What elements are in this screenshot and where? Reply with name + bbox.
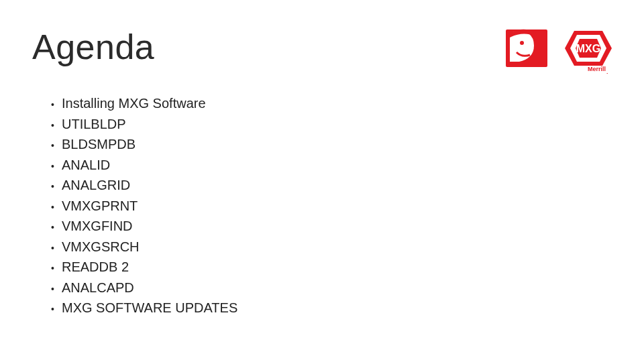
- bullet-icon: •: [51, 95, 62, 115]
- agenda-list: • Installing MXG Software • UTILBLDP • B…: [51, 94, 237, 319]
- bullet-icon: •: [51, 157, 62, 176]
- bullet-icon: •: [51, 198, 62, 217]
- list-item-label: ANALID: [62, 156, 110, 175]
- bullet-icon: •: [51, 259, 62, 278]
- list-item-label: VMXGPRNT: [62, 196, 138, 216]
- list-item: • ANALCAPD: [51, 278, 237, 299]
- list-item: • Installing MXG Software: [51, 94, 237, 115]
- list-item: • ANALGRID: [51, 176, 237, 196]
- bullet-icon: •: [51, 136, 62, 156]
- bullet-icon: •: [51, 239, 62, 258]
- list-item-label: Installing MXG Software: [62, 94, 206, 113]
- list-item: • ANALID: [51, 156, 237, 176]
- svg-point-1: [520, 41, 524, 45]
- bullet-icon: •: [51, 116, 62, 135]
- list-item-label: READDB 2: [62, 257, 129, 277]
- list-item-label: MXG SOFTWARE UPDATES: [62, 298, 237, 318]
- bullet-icon: •: [51, 300, 62, 319]
- list-item-label: UTILBLDP: [62, 115, 126, 134]
- list-item: • BLDSMPDB: [51, 135, 237, 156]
- list-item: • READDB 2: [51, 257, 237, 278]
- bullet-icon: •: [51, 218, 62, 237]
- logo-caption-2: Consultants: [588, 72, 623, 74]
- logo-badge-text: MXG: [576, 43, 600, 54]
- list-item: • UTILBLDP: [51, 115, 237, 135]
- list-item: • VMXGFIND: [51, 217, 237, 237]
- list-item-label: ANALGRID: [62, 176, 130, 195]
- list-item: • VMXGPRNT: [51, 196, 237, 217]
- logo-caption-1: Merrill: [588, 66, 606, 72]
- list-item: • MXG SOFTWARE UPDATES: [51, 298, 237, 319]
- list-item-label: ANALCAPD: [62, 278, 134, 298]
- list-item: • VMXGSRCH: [51, 237, 237, 258]
- list-item-label: VMXGSRCH: [62, 237, 140, 257]
- logo-icon: MXG Merrill Consultants: [504, 25, 625, 74]
- svg-rect-2: [507, 31, 513, 35]
- bullet-icon: •: [51, 177, 62, 196]
- page-title: Agenda: [32, 27, 154, 67]
- slide: Agenda • Installing MXG Software • UTILB…: [0, 0, 644, 362]
- list-item-label: VMXGFIND: [62, 217, 133, 236]
- merrill-mxg-logo: MXG Merrill Consultants: [504, 25, 625, 74]
- list-item-label: BLDSMPDB: [62, 135, 136, 154]
- bullet-icon: •: [51, 280, 62, 299]
